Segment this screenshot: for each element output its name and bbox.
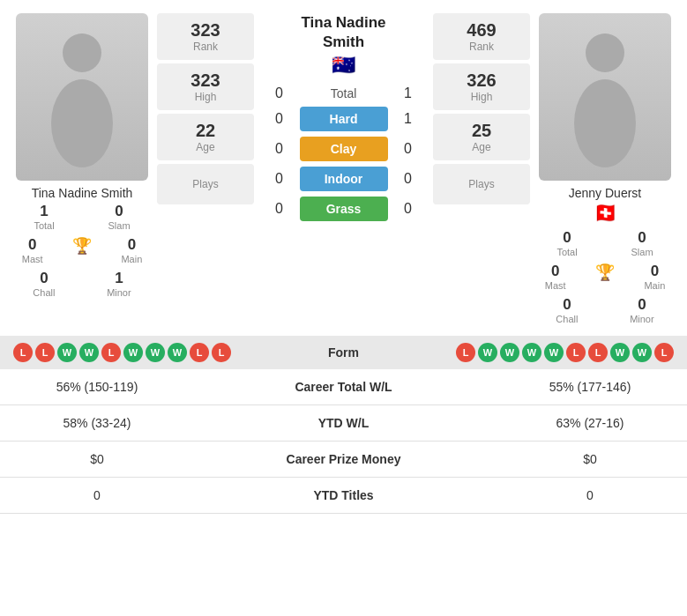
jenny-stats-row3: 0 Chall 0 Minor (530, 296, 680, 324)
svg-point-3 (574, 79, 636, 167)
jenny-photo (539, 13, 671, 181)
stat-right-value: 55% (177-146) (493, 369, 687, 405)
jenny-rank-box: 469 Rank (433, 13, 530, 60)
form-ball: L (190, 343, 209, 362)
form-ball: L (566, 343, 586, 362)
stat-left-value: $0 (0, 442, 194, 478)
jenny-plays-box: Plays (433, 164, 530, 204)
table-row: 0 YTD Titles 0 (0, 478, 687, 514)
form-ball: L (101, 343, 121, 362)
form-label: Form (328, 345, 359, 360)
jenny-minor: 0 Minor (630, 296, 654, 324)
tina-trophy-icon: 🏆 (72, 236, 92, 264)
jenny-chall: 0 Chall (556, 296, 578, 324)
form-ball: L (456, 343, 475, 362)
form-ball: L (212, 343, 231, 362)
form-ball: W (610, 343, 630, 362)
jenny-silhouette (561, 26, 649, 167)
tina-stats-row2: 0 Mast 🏆 0 Main (7, 236, 157, 264)
tina-high-box: 323 High (157, 63, 254, 110)
form-ball: W (57, 343, 77, 362)
table-row: 56% (150-119) Career Total W/L 55% (177-… (0, 369, 687, 405)
tina-age-box: 22 Age (157, 114, 254, 160)
stat-left-value: 56% (150-119) (0, 369, 194, 405)
form-ball: W (500, 343, 519, 362)
tina-minor: 1 Minor (107, 270, 131, 298)
svg-point-2 (586, 33, 624, 72)
top-section: Tina Nadine Smith 1 Total 0 Slam 0 Mast … (0, 0, 687, 336)
tina-slam: 0 Slam (108, 203, 131, 231)
stat-center-label: YTD W/L (194, 405, 493, 442)
tina-total: 1 Total (34, 203, 54, 231)
tina-plays-box: Plays (157, 164, 254, 204)
tina-stats-boxes: 323 Rank 323 High 22 Age Plays (157, 13, 254, 204)
table-row: 58% (33-24) YTD W/L 63% (27-16) (0, 405, 687, 442)
form-ball: W (123, 343, 143, 362)
jenny-main: 0 Main (644, 263, 665, 291)
jenny-mast: 0 Mast (545, 263, 566, 291)
svg-point-1 (51, 79, 113, 167)
tina-chall: 0 Chall (33, 270, 55, 298)
stats-table: 56% (150-119) Career Total W/L 55% (177-… (0, 369, 687, 514)
tina-form-balls: LLWWLWWWLL (13, 343, 231, 362)
main-container: Tina Nadine Smith 1 Total 0 Slam 0 Mast … (0, 0, 687, 514)
jenny-player-block: Jenny Duerst 🇨🇭 0 Total 0 Slam 0 Mast (530, 13, 680, 327)
hard-score-row: 0 Hard 1 (266, 107, 422, 131)
tina-flag: 🇦🇺 (332, 54, 355, 77)
jenny-form-balls: LWWWWLLWWL (456, 343, 674, 362)
svg-point-0 (63, 33, 101, 72)
indoor-surface-btn[interactable]: Indoor (300, 167, 388, 191)
form-ball: W (146, 343, 165, 362)
indoor-score-row: 0 Indoor 0 (266, 167, 422, 191)
total-score-row: 0 Total 1 (266, 85, 422, 101)
form-ball: W (544, 343, 564, 362)
stat-center-label: Career Total W/L (194, 369, 493, 405)
form-section: LLWWLWWWLL Form LWWWWLLWWL (0, 336, 687, 369)
jenny-name: Jenny Duerst (569, 186, 641, 200)
form-ball: L (654, 343, 674, 362)
jenny-stats-row2: 0 Mast 🏆 0 Main (530, 263, 680, 291)
form-ball: W (522, 343, 541, 362)
tina-rank-box: 323 Rank (157, 13, 254, 60)
stat-right-value: $0 (493, 442, 687, 478)
grass-score-row: 0 Grass 0 (266, 197, 422, 221)
tina-heading: Tina NadineSmith (301, 13, 385, 52)
jenny-total: 0 Total (556, 229, 577, 257)
center-block: Tina NadineSmith 🇦🇺 0 Total 1 0 Hard 1 0… (254, 13, 433, 224)
jenny-stats-boxes: 469 Rank 326 High 25 Age Plays (433, 13, 530, 204)
stat-left-value: 0 (0, 478, 194, 514)
tina-main: 0 Main (121, 236, 142, 264)
tina-silhouette (38, 26, 126, 167)
form-ball: W (632, 343, 652, 362)
jenny-flag: 🇨🇭 (594, 202, 617, 225)
form-ball: L (13, 343, 33, 362)
jenny-slam: 0 Slam (631, 229, 653, 257)
jenny-age-box: 25 Age (433, 114, 530, 160)
tina-stats-row3: 0 Chall 1 Minor (7, 270, 157, 298)
jenny-high-box: 326 High (433, 63, 530, 110)
table-row: $0 Career Prize Money $0 (0, 442, 687, 478)
jenny-trophy-icon: 🏆 (595, 263, 615, 291)
tina-stats-row1: 1 Total 0 Slam (7, 203, 157, 231)
stat-center-label: YTD Titles (194, 478, 493, 514)
stat-right-value: 0 (493, 478, 687, 514)
clay-surface-btn[interactable]: Clay (300, 137, 388, 161)
form-ball: W (168, 343, 187, 362)
hard-surface-btn[interactable]: Hard (300, 107, 388, 131)
clay-score-row: 0 Clay 0 (266, 137, 422, 161)
form-ball: L (35, 343, 55, 362)
form-ball: W (478, 343, 497, 362)
jenny-stats-row1: 0 Total 0 Slam (530, 229, 680, 257)
grass-surface-btn[interactable]: Grass (300, 197, 388, 221)
form-ball: W (79, 343, 99, 362)
tina-photo (16, 13, 148, 181)
stat-right-value: 63% (27-16) (493, 405, 687, 442)
tina-mast: 0 Mast (22, 236, 43, 264)
stat-left-value: 58% (33-24) (0, 405, 194, 442)
tina-name: Tina Nadine Smith (32, 186, 133, 200)
stat-center-label: Career Prize Money (194, 442, 493, 478)
tina-player-block: Tina Nadine Smith 1 Total 0 Slam 0 Mast … (7, 13, 157, 301)
form-ball: L (588, 343, 608, 362)
